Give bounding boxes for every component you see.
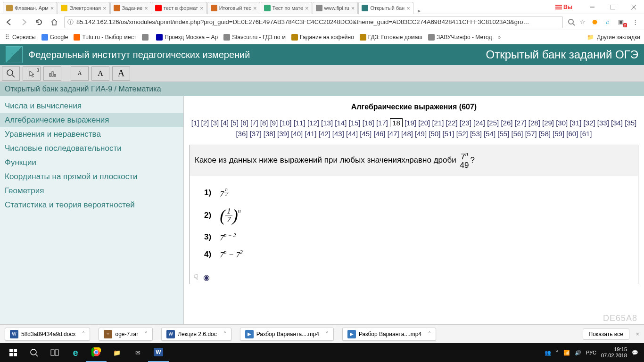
page-link[interactable]: [46]	[373, 130, 385, 138]
download-chevron-icon[interactable]: ˄	[326, 331, 329, 337]
network-icon[interactable]: 📶	[563, 350, 570, 356]
page-link[interactable]: [22]	[446, 119, 458, 127]
sidebar-item[interactable]: Уравнения и неравенства	[0, 127, 183, 141]
page-link[interactable]: [44]	[346, 130, 358, 138]
page-link[interactable]: [47]	[388, 130, 399, 138]
page-link[interactable]: [41]	[305, 130, 316, 138]
bookmark-item[interactable]: Tutu.ru - Выбор мест	[74, 34, 136, 41]
page-link[interactable]: [28]	[528, 119, 540, 127]
page-link[interactable]: [13]	[321, 119, 333, 127]
page-link[interactable]: [3]	[211, 119, 219, 127]
sidebar-item[interactable]: Геометрия	[0, 184, 183, 198]
forward-button[interactable]	[19, 17, 29, 27]
close-tab-icon[interactable]: ×	[351, 5, 355, 12]
page-link[interactable]: [32]	[584, 119, 595, 127]
page-link[interactable]: [55]	[497, 130, 509, 138]
page-link[interactable]: [38]	[264, 130, 275, 138]
bookmark-item[interactable]: Проезд Москва – Ар	[156, 34, 218, 41]
menu-button[interactable]: ⋮	[630, 17, 640, 27]
page-link[interactable]: [49]	[415, 130, 427, 138]
page-link[interactable]: [53]	[470, 130, 482, 138]
browser-tab[interactable]: Электронная×	[58, 2, 109, 14]
page-link[interactable]: [16]	[363, 119, 374, 127]
select-tool-button[interactable]: 0	[23, 66, 41, 81]
page-link[interactable]: [34]	[611, 119, 623, 127]
pointer-icon[interactable]: ☟	[194, 273, 198, 282]
option-4[interactable]: 4) 7n − 72	[204, 249, 624, 260]
browser-tab[interactable]: www.fipi.ru×	[313, 2, 358, 14]
site-info-icon[interactable]: ⓘ	[67, 18, 74, 26]
page-link[interactable]: [58]	[539, 130, 551, 138]
chrome-icon[interactable]	[86, 343, 107, 362]
download-item[interactable]: W58d3a89434a9d.docx˄	[5, 328, 90, 341]
eye-icon[interactable]: ◉	[203, 273, 210, 282]
download-item[interactable]: ≡oge-7.rar˄	[99, 328, 153, 341]
sidebar-item[interactable]: Функции	[0, 156, 183, 170]
page-link[interactable]: [24]	[473, 119, 485, 127]
notifications-icon[interactable]: 💬	[632, 350, 638, 356]
bookmark-item[interactable]	[142, 34, 150, 41]
home-button[interactable]	[49, 17, 59, 27]
font-medium-button[interactable]: A	[91, 66, 109, 81]
page-link[interactable]: [6]	[240, 119, 248, 127]
page-link[interactable]: [12]	[307, 119, 319, 127]
page-link[interactable]: [2]	[201, 119, 209, 127]
people-icon[interactable]: 👥	[545, 350, 551, 356]
page-link[interactable]: [54]	[484, 130, 495, 138]
clock[interactable]: 19:15 07.02.2018	[601, 346, 627, 359]
cortana-search-button[interactable]	[24, 343, 44, 362]
page-link[interactable]: [59]	[553, 130, 564, 138]
browser-tab[interactable]: Задание×	[110, 2, 151, 14]
page-link[interactable]: [23]	[460, 119, 471, 127]
page-link[interactable]: [56]	[512, 130, 523, 138]
download-item[interactable]: WЛекция 2.6.doc˄	[161, 328, 231, 341]
page-link[interactable]: [9]	[270, 119, 278, 127]
page-link[interactable]: [45]	[360, 130, 372, 138]
page-link[interactable]: [10]	[280, 119, 291, 127]
volume-icon[interactable]: 🔊	[575, 350, 581, 356]
close-window-button[interactable]	[623, 0, 644, 14]
page-link[interactable]: [35]	[625, 119, 636, 127]
bookmark-item[interactable]: Stavcur.ru - ГДЗ по м	[223, 34, 286, 41]
browser-tab[interactable]: Открытый бан×	[358, 2, 413, 14]
reload-button[interactable]	[34, 17, 44, 27]
download-item[interactable]: ▶Разбор Варианта....mp4˄	[240, 328, 334, 341]
bookmark-item[interactable]: ЗАВУЧ.инфо - Метод	[428, 34, 492, 41]
tray-chevron-icon[interactable]: ˄	[556, 350, 559, 356]
new-tab-button[interactable]: ▸	[414, 7, 425, 14]
close-tab-icon[interactable]: ×	[253, 5, 257, 12]
sidebar-item[interactable]: Координаты на прямой и плоскости	[0, 170, 183, 184]
page-link[interactable]: [20]	[418, 119, 430, 127]
bookmark-item[interactable]: ГДЗ: Готовые домаш	[360, 34, 422, 41]
page-link[interactable]: [4]	[221, 119, 229, 127]
page-link[interactable]: [29]	[542, 119, 554, 127]
page-link[interactable]: [8]	[260, 119, 268, 127]
close-tab-icon[interactable]: ×	[50, 5, 54, 12]
option-2[interactable]: 2) ( 17 ) n	[204, 206, 624, 225]
page-link[interactable]: [14]	[335, 119, 347, 127]
page-link[interactable]: [25]	[487, 119, 499, 127]
task-view-button[interactable]	[44, 343, 65, 362]
lang-indicator[interactable]: РУС	[586, 350, 596, 355]
bookmark-item[interactable]: Гадание на кофейно	[291, 34, 354, 41]
close-tab-icon[interactable]: ×	[406, 5, 410, 12]
browser-tab[interactable]: тест в формат×	[152, 2, 207, 14]
show-all-downloads-button[interactable]: Показать все	[583, 329, 629, 340]
word-icon[interactable]: W	[148, 343, 169, 362]
page-link[interactable]: [27]	[515, 119, 527, 127]
option-3[interactable]: 3) 7n − 2	[204, 232, 624, 243]
page-link[interactable]: [15]	[349, 119, 361, 127]
close-downloads-icon[interactable]: ×	[636, 330, 639, 337]
font-small-button[interactable]: A	[71, 66, 89, 81]
download-chevron-icon[interactable]: ˄	[223, 331, 226, 337]
page-link[interactable]: [43]	[332, 130, 344, 138]
bookmark-item[interactable]: Google	[41, 34, 68, 41]
extension-shield-icon[interactable]: ⬣	[590, 18, 599, 26]
sidebar-item[interactable]: Числа и вычисления	[0, 99, 183, 113]
other-bookmarks[interactable]: 📁Другие закладки	[587, 34, 640, 41]
option-1[interactable]: 1) 7n2	[204, 187, 624, 199]
close-tab-icon[interactable]: ×	[200, 5, 204, 12]
page-link[interactable]: [50]	[429, 130, 440, 138]
page-link[interactable]: [51]	[442, 130, 454, 138]
download-chevron-icon[interactable]: ˄	[82, 331, 85, 337]
